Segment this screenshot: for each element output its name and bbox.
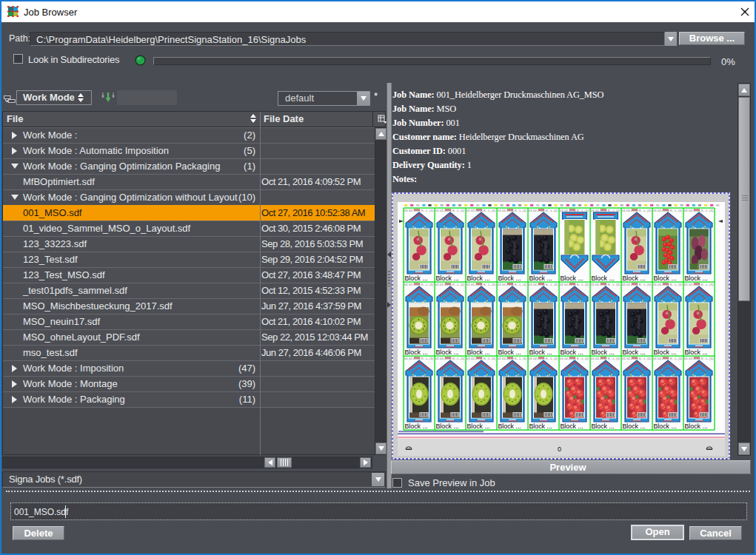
- svg-text:0: 0: [558, 445, 561, 453]
- svg-text:Block ...: Block ...: [592, 423, 615, 430]
- svg-text:Block ...: Block ...: [436, 349, 459, 356]
- svg-text:Block ...: Block ...: [623, 349, 646, 356]
- svg-text:Block ...: Block ...: [498, 423, 521, 430]
- svg-text:Block ...: Block ...: [467, 423, 490, 430]
- svg-text:Block ...: Block ...: [498, 275, 521, 282]
- svg-text:Block ...: Block ...: [685, 349, 708, 356]
- svg-text:Block ...: Block ...: [436, 423, 459, 430]
- svg-text:Block ...: Block ...: [529, 423, 552, 430]
- svg-text:Block ...: Block ...: [436, 275, 459, 282]
- svg-text:Block ...: Block ...: [685, 275, 708, 282]
- svg-text:Block ...: Block ...: [623, 423, 646, 430]
- svg-text:Block ...: Block ...: [654, 423, 677, 430]
- svg-text:Block ...: Block ...: [561, 349, 583, 356]
- svg-text:Block ...: Block ...: [623, 275, 646, 282]
- svg-text:Block ...: Block ...: [685, 423, 708, 430]
- svg-text:Block ...: Block ...: [498, 349, 521, 356]
- svg-text:Block ...: Block ...: [405, 349, 428, 356]
- svg-text:Block ...: Block ...: [529, 275, 552, 282]
- svg-text:Block ...: Block ...: [561, 423, 583, 430]
- svg-text:Block ...: Block ...: [561, 275, 583, 282]
- svg-text:Block ...: Block ...: [654, 275, 677, 282]
- svg-text:Block ...: Block ...: [467, 275, 490, 282]
- svg-text:Block ...: Block ...: [654, 349, 677, 356]
- svg-text:Block ...: Block ...: [592, 349, 615, 356]
- svg-text:Block ...: Block ...: [405, 423, 428, 430]
- svg-text:Block ...: Block ...: [592, 275, 615, 282]
- svg-text:Block ...: Block ...: [467, 349, 490, 356]
- svg-text:Block ...: Block ...: [529, 349, 552, 356]
- svg-text:Block ...: Block ...: [405, 275, 428, 282]
